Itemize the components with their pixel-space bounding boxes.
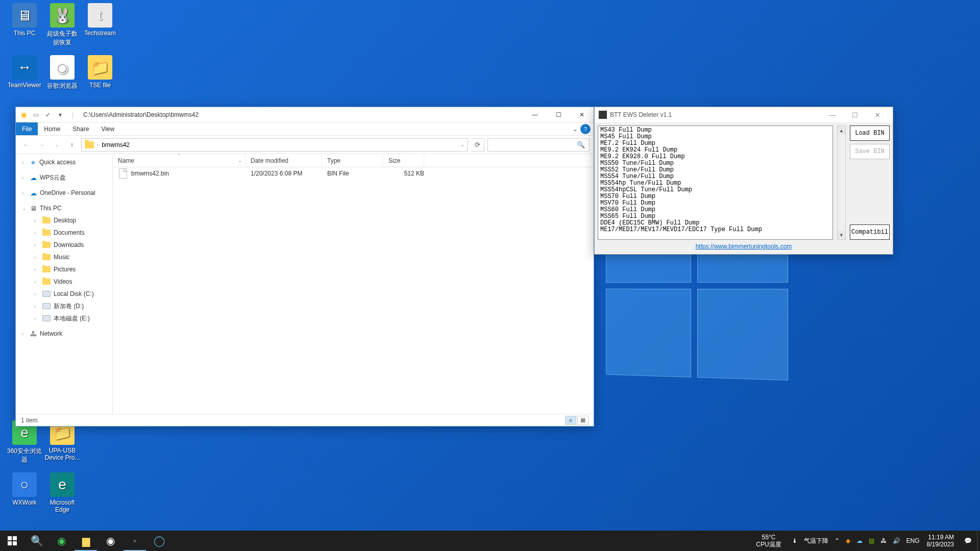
ribbon-tab-home[interactable]: Home [38,122,66,135]
explorer-titlebar[interactable]: ▣ ▭ ✓ ▾ | C:\Users\Administrator\Desktop… [16,107,594,122]
tray-language[interactable]: ENG [906,537,920,544]
window-title-path: C:\Users\Administrator\Desktop\bmwms42 [80,111,523,118]
search-icon: 🔍 [577,141,585,148]
explorer-ribbon: File Home Share View ⌄ ? [16,122,594,136]
nav-downloads[interactable]: ›Downloads [16,239,112,251]
col-type[interactable]: Type [322,154,383,167]
col-name[interactable]: ⌃Name⌄ [113,154,246,167]
nav-recent-icon[interactable]: ⌄ [51,139,63,151]
desktop-icon-edge[interactable]: eMicrosoft Edge [43,472,82,513]
refresh-icon[interactable]: ⟳ [471,138,484,152]
breadcrumb[interactable]: › bmwms42 ⌄ [81,138,468,152]
qat-dropdown-icon[interactable]: ▾ [56,110,65,119]
taskbar-cortana-icon[interactable]: ◯ [147,531,172,551]
nav-drive-e[interactable]: ›本地磁盘 (E:) [16,312,112,324]
maximize-button[interactable]: ☐ [547,107,570,122]
tray-thermometer-icon[interactable]: 🌡 [792,537,798,544]
file-list-pane: ⌃Name⌄ Date modified Type Size bmwms42.b… [113,154,594,414]
status-bar: 1 item ≡ ▦ [16,414,594,426]
save-bin-button[interactable]: Save BIN [850,144,890,159]
tray-network-icon[interactable]: 🖧 [880,537,887,544]
desktop-icon-upa[interactable]: 📁UPA-USB Device Pro... [43,420,82,461]
col-date[interactable]: Date modified [246,154,322,167]
col-size[interactable]: Size [383,154,424,167]
taskbar-clock[interactable]: 11:19 AM 8/19/2023 [922,534,959,548]
tray-nvidia-icon[interactable]: ▧ [869,537,874,544]
view-details-icon[interactable]: ≡ [565,416,576,425]
btt-website-link[interactable]: https://www.bimmertuningtools.com [696,243,792,250]
system-tray: 🌡 气温下降 ⌃ ◆ ☁ ▧ 🖧 🔊 ENG [792,537,922,545]
compatibil-button[interactable]: Compatibil [850,224,890,240]
app-icon [599,111,607,119]
view-large-icon[interactable]: ▦ [577,416,589,425]
file-row[interactable]: bmwms42.bin1/20/2023 6:08 PMBIN File512 … [113,167,594,180]
explorer-address-bar: ← → ⌄ ↑ › bmwms42 ⌄ ⟳ 🔍 [16,136,594,154]
desktop-icon-teamviewer[interactable]: ↔TeamViewer [5,55,44,89]
minimize-button[interactable]: — [821,111,844,119]
nav-this-pc[interactable]: ⌄🖥This PC [16,202,112,214]
btt-titlebar[interactable]: BTT EWS Deleter v1.1 — ☐ ✕ [595,107,893,122]
nav-music[interactable]: ›Music [16,251,112,263]
breadcrumb-dropdown-icon[interactable]: ⌄ [460,142,464,147]
desktop-icon-tse-file[interactable]: 📁TSE file [81,55,119,89]
taskbar-search-icon[interactable]: 🔍 [24,531,49,551]
close-button[interactable]: ✕ [866,111,889,119]
nav-network[interactable]: ›🖧Network [16,328,112,340]
ribbon-tab-file[interactable]: File [16,122,38,135]
desktop-icon-this-pc[interactable]: 🖥This PC [5,3,44,37]
nav-videos[interactable]: ›Videos [16,276,112,288]
tray-overflow-icon[interactable]: ⌃ [835,537,840,544]
nav-drive-d[interactable]: ›新加卷 (D:) [16,300,112,312]
taskbar-app-1[interactable]: ◉ [49,531,74,551]
tray-notifications-icon[interactable]: 💬 [959,537,977,544]
tray-volume-icon[interactable]: 🔊 [893,537,900,544]
taskbar-btt-app[interactable]: ▪ [122,531,147,551]
btt-ews-window: BTT EWS Deleter v1.1 — ☐ ✕ MS43 Full Dum… [594,107,893,255]
nav-wps[interactable]: ›☁WPS云盘 [16,171,112,184]
folder-icon: ▣ [19,110,28,119]
file-explorer-window: ▣ ▭ ✓ ▾ | C:\Users\Administrator\Desktop… [15,107,594,427]
nav-up-icon[interactable]: ↑ [66,139,78,151]
ribbon-tab-view[interactable]: View [95,122,120,135]
qat-properties-icon[interactable]: ▭ [31,110,40,119]
maximize-button[interactable]: ☐ [844,111,866,119]
desktop-icon-rabbit[interactable]: 🐰超级兔子数 据恢复 [43,3,82,47]
ribbon-tab-share[interactable]: Share [66,122,95,135]
start-button[interactable] [0,531,24,551]
nav-pictures[interactable]: ›Pictures [16,263,112,276]
tray-weather-text[interactable]: 气温下降 [804,537,828,545]
desktop-icon-techstream[interactable]: tTechstream [81,3,119,37]
scroll-up-icon[interactable]: ▲ [838,126,845,135]
nav-documents[interactable]: ›Documents [16,227,112,239]
close-button[interactable]: ✕ [570,107,594,122]
desktop-icon-chrome[interactable]: ◉谷歌浏览器 [43,55,82,90]
nav-onedrive[interactable]: ›☁OneDrive - Personal [16,187,112,199]
folder-icon [85,141,94,148]
load-bin-button[interactable]: Load BIN [850,126,890,141]
nav-desktop[interactable]: ›Desktop [16,214,112,227]
tray-onedrive-icon[interactable]: ☁ [856,537,863,544]
nav-back-icon[interactable]: ← [20,139,32,151]
desktop-icon-360[interactable]: e360安全浏览 器 [5,420,44,464]
navigation-pane: ›★Quick access ›☁WPS云盘 ›☁OneDrive - Pers… [16,154,113,414]
ecu-listbox[interactable]: MS43 Full Dump MS45 Full Dump ME7.2 Full… [598,126,833,240]
tray-app-icon[interactable]: ◆ [846,537,850,544]
taskbar-file-explorer[interactable]: ▆ [74,531,98,551]
taskbar-chrome[interactable]: ◉ [98,531,122,551]
scroll-down-icon[interactable]: ▼ [838,231,845,239]
ribbon-collapse-icon[interactable]: ⌄ [570,126,580,133]
help-icon[interactable]: ? [580,124,591,134]
desktop-icon-wxwork[interactable]: ○WXWork [5,472,44,506]
nav-quick-access[interactable]: ›★Quick access [16,156,112,168]
minimize-button[interactable]: — [523,107,547,122]
taskbar-temp[interactable]: 55°C CPU温度 [756,534,781,548]
btt-link-row: https://www.bimmertuningtools.com [595,243,893,254]
search-input[interactable]: 🔍 [487,138,590,152]
nav-drive-c[interactable]: ›Local Disk (C:) [16,288,112,300]
nav-forward-icon[interactable]: → [35,139,47,151]
show-desktop-button[interactable] [977,531,980,551]
column-headers: ⌃Name⌄ Date modified Type Size [113,154,594,167]
breadcrumb-folder[interactable]: bmwms42 [102,141,130,148]
qat-newfolder-icon[interactable]: ✓ [43,110,53,119]
listbox-scrollbar[interactable]: ▲ ▼ [837,126,846,240]
